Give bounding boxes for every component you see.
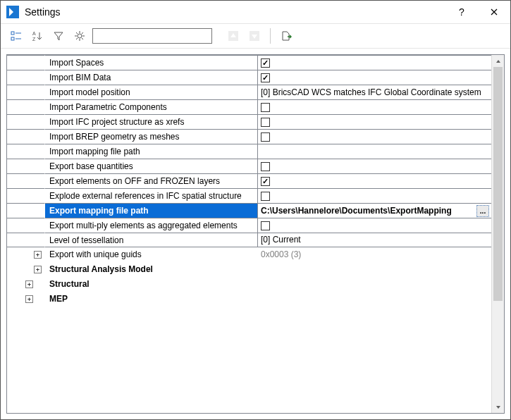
group-label: Structural bbox=[49, 279, 90, 289]
categorized-view-button[interactable] bbox=[8, 27, 25, 44]
property-value[interactable] bbox=[258, 144, 491, 159]
row-gutter: + bbox=[7, 277, 45, 292]
configure-button[interactable] bbox=[71, 27, 88, 44]
settings-window: Settings ? A Z bbox=[0, 0, 511, 420]
group-label: Structural Analysis Model bbox=[49, 264, 153, 274]
svg-rect-1 bbox=[11, 32, 14, 35]
property-row[interactable]: Import BREP geometry as meshes bbox=[7, 129, 491, 144]
property-name: Import BREP geometry as meshes bbox=[45, 129, 258, 144]
property-name-label: Explode external references in IFC spati… bbox=[49, 191, 242, 201]
property-name: Import Spaces bbox=[45, 55, 258, 70]
property-value[interactable] bbox=[258, 129, 491, 144]
property-name: Level of tessellation bbox=[45, 233, 258, 247]
expand-toggle[interactable]: + bbox=[34, 266, 42, 273]
nav-up-button[interactable] bbox=[225, 27, 242, 44]
property-value[interactable] bbox=[258, 70, 491, 85]
property-value[interactable] bbox=[258, 188, 491, 203]
property-name: Import mapping file path bbox=[45, 144, 258, 159]
property-name: Export base quantities bbox=[45, 159, 258, 173]
property-row[interactable]: Import Spaces bbox=[7, 55, 491, 70]
scroll-track[interactable] bbox=[492, 67, 504, 401]
property-row[interactable]: Import BIM Data bbox=[7, 70, 491, 85]
row-gutter bbox=[7, 218, 45, 233]
checkbox[interactable] bbox=[261, 132, 270, 142]
property-name-label: Export multi-ply elements as aggregated … bbox=[49, 221, 238, 230]
checkbox[interactable] bbox=[261, 73, 270, 82]
property-row[interactable]: Explode external references in IFC spati… bbox=[7, 188, 491, 203]
property-row[interactable]: +Structural Analysis Model bbox=[7, 262, 491, 277]
property-row[interactable]: Import IFC project structure as xrefs bbox=[7, 114, 491, 129]
property-value-label: C:\Users\Hannelore\Documents\ExportMappi… bbox=[261, 204, 452, 218]
property-name: Export multi-ply elements as aggregated … bbox=[45, 218, 258, 233]
row-gutter: + bbox=[7, 292, 45, 307]
property-value[interactable]: 0x0003 (3) bbox=[258, 247, 491, 262]
row-gutter bbox=[7, 144, 45, 159]
row-gutter bbox=[7, 203, 45, 218]
checkbox[interactable] bbox=[261, 103, 270, 112]
row-gutter bbox=[7, 114, 45, 129]
property-name-label: Export base quantities bbox=[49, 161, 133, 171]
svg-text:Z: Z bbox=[32, 37, 36, 42]
property-row[interactable]: +MEP bbox=[7, 292, 491, 307]
ellipsis-icon: ... bbox=[480, 204, 486, 218]
expand-toggle[interactable]: + bbox=[25, 280, 33, 288]
property-name: MEP bbox=[45, 292, 258, 307]
property-name-label: Import model position bbox=[49, 87, 130, 97]
close-button[interactable] bbox=[478, 1, 510, 23]
property-value[interactable] bbox=[258, 159, 491, 173]
checkbox[interactable] bbox=[261, 221, 270, 230]
nav-down-button[interactable] bbox=[246, 27, 263, 44]
property-value[interactable] bbox=[258, 55, 491, 70]
property-value[interactable]: [0] Current bbox=[258, 233, 491, 247]
checkbox[interactable] bbox=[261, 58, 270, 68]
property-value[interactable] bbox=[258, 114, 491, 129]
property-name-label: Import Parametric Components bbox=[49, 102, 167, 112]
group-value-label: 0x0003 (3) bbox=[261, 247, 301, 262]
property-row[interactable]: Import Parametric Components bbox=[7, 99, 491, 114]
checkbox[interactable] bbox=[261, 177, 270, 186]
group-label: Export with unique guids bbox=[49, 249, 142, 259]
property-row[interactable]: Export mapping file pathC:\Users\Hannelo… bbox=[7, 203, 491, 218]
alphabetical-view-button[interactable]: A Z bbox=[29, 27, 46, 44]
property-value[interactable] bbox=[258, 99, 491, 114]
property-name: Explode external references in IFC spati… bbox=[45, 188, 258, 203]
window-title: Settings bbox=[25, 6, 61, 18]
property-name: Import model position bbox=[45, 85, 258, 99]
search-input[interactable] bbox=[93, 29, 211, 43]
property-value[interactable] bbox=[258, 218, 491, 233]
expand-toggle[interactable]: + bbox=[34, 251, 42, 259]
export-button[interactable] bbox=[278, 27, 295, 44]
checkbox[interactable] bbox=[261, 192, 270, 201]
scroll-thumb[interactable] bbox=[493, 67, 503, 301]
property-row[interactable]: Export elements on OFF and FROZEN layers bbox=[7, 173, 491, 188]
property-value[interactable] bbox=[258, 173, 491, 188]
checkbox[interactable] bbox=[261, 162, 270, 171]
property-row[interactable]: Export multi-ply elements as aggregated … bbox=[7, 218, 491, 233]
filter-button[interactable] bbox=[50, 27, 67, 44]
property-row[interactable]: Import model position[0] BricsCAD WCS ma… bbox=[7, 85, 491, 99]
property-row[interactable]: +Structural bbox=[7, 277, 491, 292]
property-value bbox=[258, 277, 491, 292]
close-icon bbox=[491, 8, 498, 16]
property-name: Structural Analysis Model bbox=[45, 262, 258, 277]
property-row[interactable]: Import mapping file path bbox=[7, 144, 491, 159]
property-name: Import Parametric Components bbox=[45, 99, 258, 114]
svg-rect-2 bbox=[11, 37, 14, 40]
property-name: Export mapping file path bbox=[45, 203, 258, 218]
vertical-scrollbar[interactable] bbox=[491, 55, 504, 413]
property-row[interactable]: Level of tessellation[0] Current bbox=[7, 233, 491, 247]
property-value bbox=[258, 262, 491, 277]
property-value[interactable]: [0] BricsCAD WCS matches IFC Global Coor… bbox=[258, 85, 491, 99]
property-row[interactable]: +Export with unique guids0x0003 (3) bbox=[7, 247, 491, 262]
scroll-up-arrow[interactable] bbox=[492, 55, 504, 67]
titlebar: Settings ? bbox=[1, 1, 510, 24]
property-row[interactable]: Export base quantities bbox=[7, 159, 491, 173]
property-value[interactable]: C:\Users\Hannelore\Documents\ExportMappi… bbox=[258, 203, 491, 218]
browse-button[interactable]: ... bbox=[476, 205, 489, 217]
checkbox[interactable] bbox=[261, 118, 270, 127]
expand-toggle[interactable]: + bbox=[25, 295, 33, 303]
row-gutter bbox=[7, 159, 45, 173]
scroll-down-arrow[interactable] bbox=[492, 401, 504, 413]
help-button[interactable]: ? bbox=[445, 1, 478, 23]
row-gutter bbox=[7, 129, 45, 144]
